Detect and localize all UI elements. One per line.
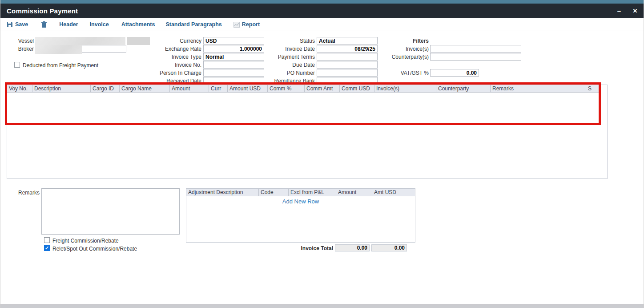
relet-spot-out-label: Relet/Spot Out Commission/Rebate: [52, 246, 137, 252]
remarks-textarea[interactable]: [41, 188, 180, 235]
vessel-field-redacted[interactable]: [35, 37, 125, 45]
col-adj-amount[interactable]: Amount: [336, 189, 372, 196]
counterparty-filter-field[interactable]: [430, 53, 521, 61]
col-amt-usd[interactable]: Amt USD: [372, 189, 415, 196]
col-cargo-name[interactable]: Cargo Name: [120, 85, 170, 93]
invoice-type-field[interactable]: [203, 53, 264, 61]
col-counterparty[interactable]: Counterparty: [436, 85, 491, 93]
col-adjustment-description[interactable]: Adjustment Description: [186, 189, 259, 196]
col-comm-pct[interactable]: Comm %: [268, 85, 305, 93]
deducted-from-freight-label: Deducted from Freight Payment: [23, 62, 98, 69]
line-items-header-row: Voy No. Description Cargo ID Cargo Name …: [7, 85, 607, 93]
commission-payment-window: Commission Payment – ✕ Save Header Invoi…: [0, 0, 644, 308]
invoices-filter-label: Invoice(s): [378, 46, 429, 52]
col-comm-usd[interactable]: Comm USD: [340, 85, 374, 93]
remittance-bank-label: Remittance Bank: [265, 78, 315, 84]
trash-icon: [41, 21, 47, 28]
exchange-rate-field[interactable]: [203, 45, 264, 53]
invoice-date-label: Invoice Date: [265, 46, 315, 52]
status-field[interactable]: [317, 37, 378, 45]
col-description[interactable]: Description: [32, 85, 91, 93]
add-new-row-link[interactable]: Add New Row: [186, 198, 415, 205]
col-cargo-id[interactable]: Cargo ID: [91, 85, 120, 93]
report-button[interactable]: Report: [233, 21, 260, 28]
tab-standard-paragraphs[interactable]: Standard Paragraphs: [165, 21, 221, 28]
col-amount[interactable]: Amount: [170, 85, 209, 93]
person-in-charge-label: Person In Charge: [152, 70, 201, 76]
po-number-label: PO Number: [265, 70, 315, 76]
col-excl-from-pl[interactable]: Excl from P&L: [289, 189, 336, 196]
currency-label: Currency: [152, 38, 201, 44]
invoice-no-label: Invoice No.: [152, 62, 201, 68]
relet-spot-out-checkbox[interactable]: [44, 245, 50, 251]
broker-field-redacted[interactable]: [35, 45, 82, 54]
bottom-scrollbar[interactable]: [0, 304, 644, 308]
freight-commission-label: Freight Commission/Rebate: [52, 238, 119, 244]
remittance-bank-field[interactable]: [317, 77, 378, 85]
tab-attachments[interactable]: Attachments: [121, 21, 155, 28]
due-date-field[interactable]: [317, 61, 378, 69]
col-voy-no[interactable]: Voy No.: [7, 85, 32, 93]
broker-label: Broker: [0, 46, 34, 52]
filters-section-label: Filters: [378, 38, 429, 44]
payment-terms-field[interactable]: [317, 53, 378, 61]
col-code[interactable]: Code: [259, 189, 289, 196]
close-button[interactable]: ✕: [628, 4, 643, 18]
window-title: Commission Payment: [7, 7, 78, 15]
col-curr[interactable]: Curr: [209, 85, 228, 93]
minimize-button[interactable]: –: [612, 4, 627, 18]
report-button-label: Report: [242, 21, 260, 28]
report-chart-icon: [233, 22, 240, 28]
currency-field[interactable]: [203, 37, 264, 45]
invoice-date-field[interactable]: [317, 45, 378, 53]
save-button[interactable]: Save: [7, 21, 28, 28]
received-date-label: Received Date: [152, 78, 201, 84]
po-number-field[interactable]: [317, 69, 378, 77]
person-in-charge-field[interactable]: [203, 69, 264, 77]
toolbar: Save Header Invoice Attachments Standard…: [0, 18, 644, 31]
counterparty-filter-label: Counterparty(s): [378, 54, 429, 60]
broker-field[interactable]: [82, 45, 126, 53]
invoice-total-amount: 0.00: [335, 244, 370, 251]
invoice-total-amount-usd: 0.00: [371, 244, 407, 251]
col-amount-usd[interactable]: Amount USD: [228, 85, 268, 93]
save-button-label: Save: [15, 21, 28, 28]
payment-terms-label: Payment Terms: [265, 54, 315, 60]
deducted-from-freight-checkbox[interactable]: [14, 62, 20, 68]
vat-gst-label: VAT/GST %: [378, 70, 429, 76]
invoice-no-field[interactable]: [203, 61, 264, 69]
app-top-strip: [0, 0, 644, 4]
delete-button[interactable]: [41, 21, 47, 28]
col-remarks[interactable]: Remarks: [491, 85, 586, 93]
col-s[interactable]: S: [586, 85, 599, 93]
col-comm-amt[interactable]: Comm Amt: [305, 85, 340, 93]
window-titlebar: Commission Payment – ✕: [0, 4, 644, 18]
remarks-label: Remarks: [0, 190, 40, 196]
freight-commission-checkbox[interactable]: [44, 237, 50, 243]
tab-header[interactable]: Header: [59, 21, 78, 28]
vessel-code-field-redacted[interactable]: [127, 37, 150, 45]
save-icon: [7, 21, 13, 28]
invoices-filter-field[interactable]: [430, 45, 521, 53]
status-label: Status: [265, 38, 315, 44]
received-date-field[interactable]: [203, 77, 264, 85]
vessel-label: Vessel: [0, 38, 34, 44]
due-date-label: Due Date: [265, 62, 315, 68]
invoice-total-label: Invoice Total: [267, 245, 333, 251]
adjustments-table[interactable]: Adjustment Description Code Excl from P&…: [186, 188, 415, 243]
vat-gst-field[interactable]: [430, 69, 479, 77]
tab-invoice[interactable]: Invoice: [90, 21, 109, 28]
line-items-table[interactable]: Voy No. Description Cargo ID Cargo Name …: [7, 85, 608, 179]
col-invoices[interactable]: Invoice(s): [374, 85, 436, 93]
exchange-rate-label: Exchange Rate: [152, 46, 201, 52]
adjustments-header-row: Adjustment Description Code Excl from P&…: [186, 189, 415, 196]
invoice-type-label: Invoice Type: [152, 54, 201, 60]
